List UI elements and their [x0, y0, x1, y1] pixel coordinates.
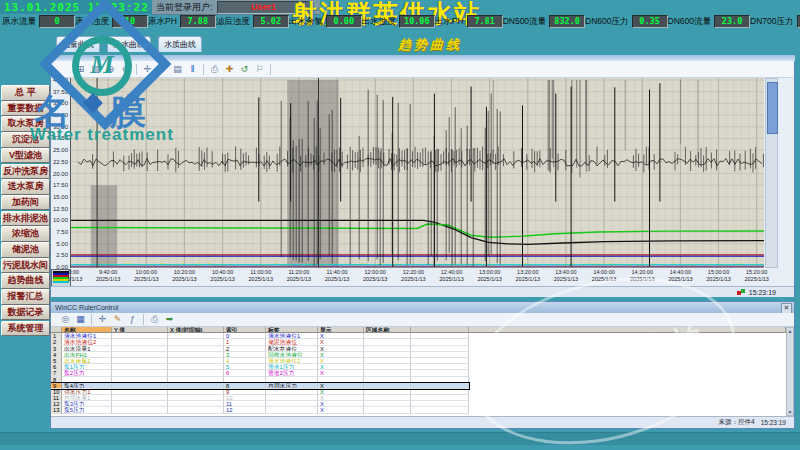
status-value-box: 832.0 [549, 15, 585, 28]
edit-icon[interactable]: ✎ [111, 313, 124, 326]
area-cell[interactable] [364, 407, 411, 413]
trend-plot[interactable] [70, 78, 764, 268]
status-label: 滤后浊度 [216, 16, 250, 28]
show-cell[interactable]: X [318, 407, 364, 413]
y-tick-label: 17.50 [50, 182, 68, 189]
ruler-status-time: 15:23:19 [761, 419, 786, 426]
status-pair: 出水PH7.81 [435, 15, 503, 28]
zoom-in-icon[interactable]: ⊕ [104, 63, 117, 76]
status-value-box: 7.81 [467, 15, 503, 28]
connect-points-icon[interactable]: ↺ [238, 63, 251, 76]
pin-icon[interactable]: ⚐ [253, 63, 266, 76]
x-value-cell[interactable] [168, 407, 224, 413]
export-icon[interactable]: ➥ [163, 313, 176, 326]
status-pair: DN600压力0.35 [585, 15, 667, 28]
column-select-icon[interactable]: ▦ [74, 313, 87, 326]
ruler-toolbar: ◎▦✛✎ƒ⎙➥ [51, 313, 794, 327]
sidebar-item-1[interactable]: 重要数据 [1, 101, 50, 117]
ruler-window-title: WinCC RulerControl [55, 304, 118, 311]
sidebar-item-14[interactable]: 数据记录 [1, 305, 50, 321]
name-cell[interactable]: 泵5压力 [62, 407, 112, 413]
print-icon[interactable]: ⎙ [148, 313, 161, 326]
y-tick-label: 25.00 [50, 147, 68, 154]
status-label: 出水PH [435, 16, 464, 28]
status-value-box: 0.34 [797, 15, 800, 28]
power-icon[interactable]: ◎ [59, 313, 72, 326]
toolbar-separator [136, 64, 137, 75]
sidebar-item-8[interactable]: 排水排泥池 [1, 211, 50, 227]
bottom-strip [0, 432, 800, 445]
chart-status-icon [737, 289, 745, 296]
status-value-box: 5.02 [253, 15, 289, 28]
select-curves-icon[interactable]: ✚ [223, 63, 236, 76]
status-row: 原水流量0原水浊度10原水PH7.88滤后浊度5.02出水余氯0.00出水浊度1… [2, 14, 782, 29]
datetime-display: 13.01.2025 15:23:22 [4, 1, 149, 14]
y-value-cell[interactable] [112, 407, 168, 413]
sidebar-item-2[interactable]: 取水泵房 [1, 116, 50, 132]
blank-cell[interactable] [411, 407, 469, 413]
status-value-box: 23.0 [714, 15, 750, 28]
ruler-titlebar[interactable]: WinCC RulerControl ✕ [51, 302, 794, 313]
move-chart-icon[interactable]: ⇕ [156, 63, 169, 76]
scroll-up-icon[interactable]: ▲ [788, 328, 793, 334]
status-pair: 原水浊度10 [75, 15, 148, 28]
sidebar-item-5[interactable]: 反冲洗泵房 [1, 164, 50, 180]
sidebar-item-11[interactable]: 污泥脱水间 [1, 258, 50, 274]
select-icon[interactable]: ⊞ [74, 63, 87, 76]
chart-scrollbar[interactable] [765, 78, 778, 268]
y-tick-label: 20.00 [50, 171, 68, 178]
sidebar-item-13[interactable]: 报警汇总 [1, 289, 50, 305]
status-value-box: 10.06 [399, 15, 435, 28]
tab-curve-2[interactable]: 水质曲线 [158, 36, 202, 52]
label-cell[interactable] [266, 407, 318, 413]
status-label: DN600压力 [585, 16, 628, 28]
sidebar-item-9[interactable]: 浓缩池 [1, 226, 50, 242]
x-axis: 9:20:002025/1/139:40:002025/1/1310:00:00… [68, 269, 795, 285]
move-axes-icon[interactable]: ✛ [141, 63, 154, 76]
tab-curve-1[interactable]: 送水曲线 [107, 36, 151, 52]
tab-curve-0[interactable]: 流量曲线 [56, 36, 100, 52]
pause-icon[interactable]: ‖ [186, 63, 199, 76]
sidebar-item-12[interactable]: 趋势曲线 [1, 273, 50, 289]
function-icon[interactable]: ƒ [126, 313, 139, 326]
toolbar-separator [143, 314, 144, 325]
column-header[interactable] [469, 327, 786, 333]
curve-tabs: 流量曲线送水曲线水质曲线 [56, 36, 202, 52]
y-tick-label: 32.50 [50, 112, 68, 119]
chart-status-time: 15:23:19 [749, 289, 776, 296]
status-value-box: 7.88 [180, 15, 216, 28]
sidebar-item-15[interactable]: 系统管理 [1, 321, 50, 337]
scroll-down-icon[interactable]: ▼ [788, 409, 793, 415]
y-tick-label: 40.00 [50, 77, 68, 84]
x-tick-date: 2025/1/13 [735, 276, 779, 283]
status-value-box: 10 [112, 15, 148, 28]
status-label: 原水PH [148, 16, 177, 28]
zoom-out-icon[interactable]: ⊖ [119, 63, 132, 76]
status-label: 出水浊度 [362, 16, 396, 28]
print-icon[interactable]: ⎙ [208, 63, 221, 76]
table-row[interactable]: 13泵5压力12X [51, 407, 786, 413]
sidebar-item-3[interactable]: 沉淀池 [1, 132, 50, 148]
status-pair: DN600流量23.0 [668, 15, 750, 28]
sidebar-item-10[interactable]: 储泥池 [1, 242, 50, 258]
status-label: 原水流量 [2, 16, 36, 28]
ruler-table-scrollbar[interactable]: ▲ ▼ [786, 327, 794, 416]
status-label: 出水余氯 [289, 16, 323, 28]
index-cell[interactable]: 12 [224, 407, 266, 413]
sidebar-item-6[interactable]: 送水泵房 [1, 179, 50, 195]
status-label: DN700压力 [750, 16, 793, 28]
source-label: 来源： [719, 418, 739, 425]
y-tick-label: 35.00 [50, 100, 68, 107]
stats-window-icon[interactable]: ▤ [171, 63, 184, 76]
sidebar-item-4[interactable]: V型滤池 [1, 148, 50, 164]
chart-scrollbar-thumb[interactable] [767, 82, 778, 134]
zoom-area-icon[interactable]: ▧ [89, 63, 102, 76]
y-tick-label: 15.00 [50, 194, 68, 201]
sidebar-item-0[interactable]: 总 平 [1, 85, 50, 101]
ruler-icon[interactable]: ✛ [96, 313, 109, 326]
status-label: DN600流量 [668, 16, 711, 28]
chart-toolbar: ⊞▧⊕⊖✛⇕▤‖⎙✚↺⚐ [52, 61, 793, 78]
ruler-table: 名称Y 值X 值(时间轴)索引标签显示区域名称1清水池液位10清水池液位1X2清… [51, 327, 786, 416]
sidebar-item-7[interactable]: 加药间 [1, 195, 50, 211]
status-label: 原水浊度 [75, 16, 109, 28]
